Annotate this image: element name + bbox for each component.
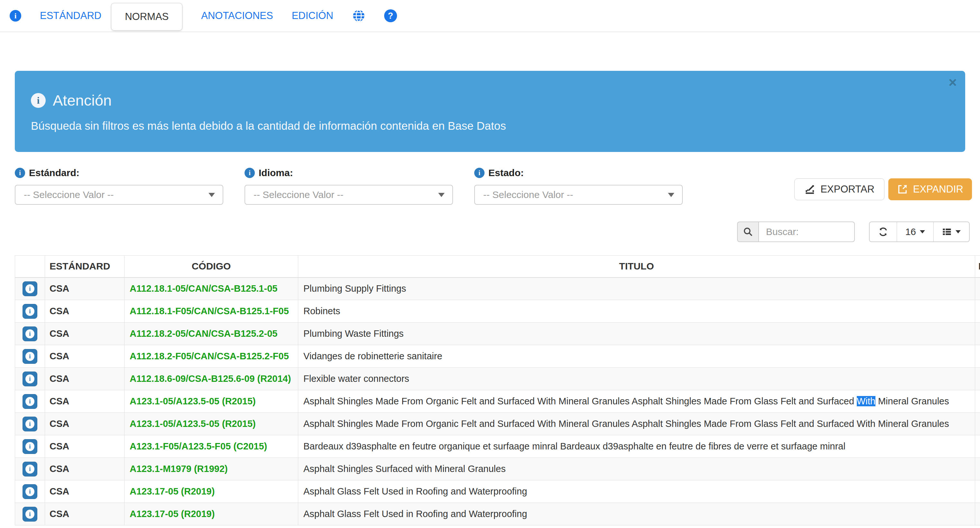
table-controls-row: 16 — [737, 222, 970, 242]
row-code-cell: A123.1-05/A123.5-05 (R2015) — [124, 413, 298, 435]
row-title: Plumbing Supply Fittings — [298, 278, 975, 300]
row-code-link[interactable]: A112.18.1-05/CAN/CSA-B125.1-05 — [130, 283, 277, 294]
row-code-cell: A123.1-05/A123.5-05 (R2015) — [124, 390, 298, 413]
table-row: iCSAA112.18.2-F05/CAN/CSA-B125.2-F05Vida… — [15, 345, 980, 368]
banner-close-icon[interactable]: × — [947, 74, 958, 91]
row-info-cell: i — [15, 413, 45, 435]
standards-table: ESTÁNDARD CÓDIGO TITULO I iCSAA112.18.1-… — [15, 255, 980, 525]
nav-tab-edicion[interactable]: EDICIÓN — [292, 10, 333, 22]
chevron-down-icon — [668, 193, 675, 197]
filter-estandar-select[interactable]: -- Seleccione Valor -- — [15, 185, 223, 205]
list-view-icon — [942, 227, 952, 237]
filter-estandar: i Estándard: -- Seleccione Valor -- — [15, 167, 223, 205]
nav-tab-estandard[interactable]: ESTÁNDARD — [40, 10, 101, 22]
row-info-button[interactable]: i — [22, 484, 37, 499]
info-icon: i — [25, 487, 34, 496]
row-info-cell: i — [15, 503, 45, 525]
row-info-button[interactable]: i — [22, 439, 37, 454]
row-code-link[interactable]: A112.18.1-F05/CAN/CSA-B125.1-F05 — [130, 306, 289, 316]
row-info-button[interactable]: i — [22, 372, 37, 386]
table-row: iCSAA123.17-05 (R2019)Asphalt Glass Felt… — [15, 503, 980, 525]
row-info-button[interactable]: i — [22, 394, 37, 409]
row-standard: CSA — [45, 458, 124, 480]
row-info-cell: i — [15, 390, 45, 413]
search-input[interactable] — [758, 222, 855, 242]
filter-estado: i Estado: -- Seleccione Valor -- — [474, 167, 683, 205]
row-info-cell: i — [15, 278, 45, 300]
row-code-link[interactable]: A112.18.2-F05/CAN/CSA-B125.2-F05 — [130, 351, 289, 361]
header-codigo[interactable]: CÓDIGO — [124, 256, 298, 278]
row-code-link[interactable]: A123.17-05 (R2019) — [130, 486, 215, 496]
globe-icon[interactable] — [352, 9, 366, 22]
info-icon: i — [25, 420, 34, 429]
row-standard: CSA — [45, 368, 124, 390]
row-truncated-cell — [975, 390, 980, 413]
row-info-button[interactable]: i — [22, 327, 37, 341]
banner-info-icon: i — [31, 93, 46, 108]
external-link-icon — [897, 184, 908, 195]
row-info-button[interactable]: i — [22, 462, 37, 477]
info-icon: i — [25, 442, 34, 451]
row-code-cell: A123.1-F05/A123.5-F05 (C2015) — [124, 435, 298, 458]
row-truncated-cell — [975, 458, 980, 480]
row-code-cell: A123.17-05 (R2019) — [124, 480, 298, 503]
row-info-button[interactable]: i — [22, 416, 37, 431]
chevron-down-icon — [920, 230, 925, 233]
row-code-cell: A112.18.2-05/CAN/CSA-B125.2-05 — [124, 322, 298, 345]
info-icon[interactable]: i — [10, 10, 21, 22]
row-code-link[interactable]: A112.18.6-09/CSA-B125.6-09 (R2014) — [130, 373, 291, 384]
row-info-button[interactable]: i — [22, 281, 37, 296]
filter-estado-select[interactable]: -- Seleccione Valor -- — [474, 185, 683, 205]
filter-estandar-label: Estándard: — [29, 167, 80, 179]
filter-estado-value: -- Seleccione Valor -- — [483, 189, 573, 200]
row-code-link[interactable]: A123.1-05/A123.5-05 (R2015) — [130, 396, 256, 406]
row-truncated-cell — [975, 480, 980, 503]
chevron-down-icon — [438, 193, 445, 197]
row-code-link[interactable]: A123.1-M1979 (R1992) — [130, 464, 228, 474]
help-icon[interactable]: ? — [384, 10, 397, 22]
nav-tab-anotaciones[interactable]: ANOTACIONES — [201, 10, 273, 22]
header-titulo[interactable]: TITULO — [298, 256, 975, 278]
filter-idioma-select[interactable]: -- Seleccione Valor -- — [245, 185, 453, 205]
info-icon: i — [25, 284, 34, 293]
info-icon: i — [245, 168, 255, 178]
row-truncated-cell — [975, 300, 980, 322]
row-info-button[interactable]: i — [22, 507, 37, 522]
table-row: iCSAA112.18.2-05/CAN/CSA-B125.2-05Plumbi… — [15, 322, 980, 345]
row-code-link[interactable]: A112.18.2-05/CAN/CSA-B125.2-05 — [130, 329, 277, 339]
filter-estado-label: Estado: — [488, 167, 524, 179]
info-icon: i — [25, 329, 34, 338]
row-standard: CSA — [45, 300, 124, 322]
row-title: Asphalt Glass Felt Used in Roofing and W… — [298, 480, 975, 503]
table-header-row: ESTÁNDARD CÓDIGO TITULO I — [15, 256, 980, 278]
filter-idioma-value: -- Seleccione Valor -- — [253, 189, 344, 200]
row-standard: CSA — [45, 390, 124, 413]
banner-message: Búsqueda sin filtros es más lenta debido… — [31, 120, 949, 132]
row-truncated-cell — [975, 503, 980, 525]
row-info-button[interactable]: i — [22, 349, 37, 364]
row-code-link[interactable]: A123.1-F05/A123.5-F05 (C2015) — [130, 441, 267, 451]
row-code-cell: A112.18.1-05/CAN/CSA-B125.1-05 — [124, 278, 298, 300]
expand-button[interactable]: EXPANDIR — [888, 179, 972, 200]
column-view-dropdown[interactable] — [933, 222, 969, 241]
row-code-link[interactable]: A123.1-05/A123.5-05 (R2015) — [130, 418, 256, 429]
row-truncated-cell — [975, 435, 980, 458]
row-standard: CSA — [45, 435, 124, 458]
filter-estandar-value: -- Seleccione Valor -- — [24, 189, 114, 200]
row-code-cell: A123.17-05 (R2019) — [124, 503, 298, 525]
refresh-button[interactable] — [870, 222, 897, 241]
table-row: iCSAA123.1-05/A123.5-05 (R2015)Asphalt S… — [15, 390, 980, 413]
export-button[interactable]: EXPORTAR — [794, 179, 885, 200]
banner-title: Atención — [53, 91, 111, 109]
table-row: iCSAA123.17-05 (R2019)Asphalt Glass Felt… — [15, 480, 980, 503]
row-info-button[interactable]: i — [22, 304, 37, 319]
info-icon: i — [25, 352, 34, 361]
filters-row: i Estándard: -- Seleccione Valor -- i Id… — [15, 167, 683, 205]
row-truncated-cell — [975, 345, 980, 368]
nav-tab-normas-active[interactable]: NORMAS — [111, 3, 183, 30]
header-estandard[interactable]: ESTÁNDARD — [45, 256, 124, 278]
row-info-cell: i — [15, 322, 45, 345]
row-code-link[interactable]: A123.17-05 (R2019) — [130, 509, 215, 519]
table-row: iCSAA112.18.1-F05/CAN/CSA-B125.1-F05Robi… — [15, 300, 980, 322]
page-size-dropdown[interactable]: 16 — [897, 222, 933, 241]
